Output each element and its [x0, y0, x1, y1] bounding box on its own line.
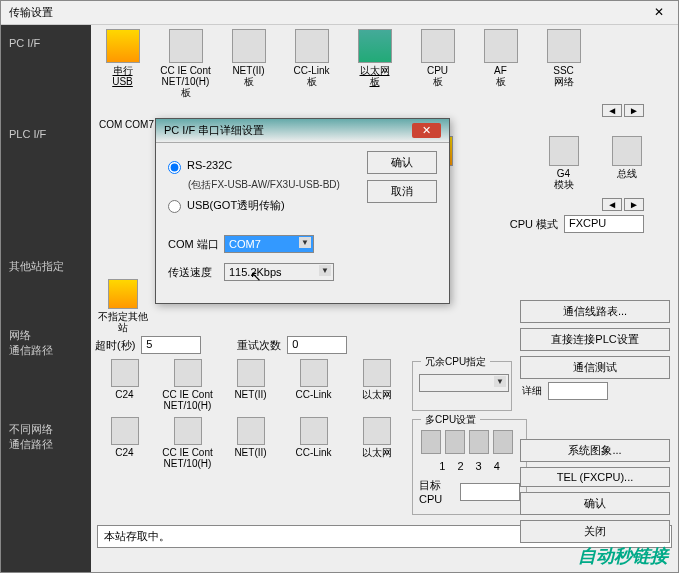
main-ok-button[interactable]: 确认: [520, 492, 670, 515]
net1-icons: C24 CC IE Cont NET/10(H) NET(II) CC-Link…: [95, 357, 406, 415]
net1-cclink[interactable]: CC-Link: [286, 359, 341, 413]
icon-netii[interactable]: NET(II) 板: [221, 29, 276, 98]
usb-radio[interactable]: [168, 200, 181, 213]
cpu-mode-label: CPU 模式: [510, 217, 558, 232]
cclink-icon: [295, 29, 329, 63]
com-port-combo[interactable]: COM7: [224, 235, 314, 253]
dialog-titlebar: PC I/F 串口详细设置 ✕: [156, 119, 449, 143]
main-close-button[interactable]: 关闭: [520, 520, 670, 543]
net1-eth[interactable]: 以太网: [349, 359, 404, 413]
dialog-title: PC I/F 串口详细设置: [164, 123, 264, 138]
netii-icon: [232, 29, 266, 63]
retry-input[interactable]: 0: [287, 336, 347, 354]
right-panel: 通信线路表... 直接连接PLC设置 通信测试 系统图象... TEL (FXC…: [520, 300, 670, 543]
net2-eth[interactable]: 以太网: [349, 417, 404, 517]
retry-label: 重试次数: [237, 338, 281, 353]
target-cpu-input[interactable]: [460, 483, 520, 501]
comm-test-button[interactable]: 通信测试: [520, 356, 670, 379]
dialog-buttons: 确认 取消: [367, 151, 437, 203]
tel-button[interactable]: TEL (FXCPU)...: [520, 467, 670, 487]
redundant-combo[interactable]: [419, 374, 509, 392]
sidebar: PC I/F PLC I/F 其他站指定 网络 通信路径 不同网络 通信路径: [1, 25, 91, 572]
comm-route-button[interactable]: 通信线路表...: [520, 300, 670, 323]
icon-bus[interactable]: 总线: [599, 136, 654, 190]
ethernet-icon: [358, 29, 392, 63]
net2-ccie[interactable]: CC IE Cont NET/10(H): [160, 417, 215, 517]
titlebar: 传输设置 ✕: [1, 1, 678, 25]
sidebar-item-otherstation[interactable]: 其他站指定: [1, 247, 91, 286]
net2-cclink[interactable]: CC-Link: [286, 417, 341, 517]
speed-combo[interactable]: 115.2Kbps: [224, 263, 334, 281]
af-icon: [484, 29, 518, 63]
slot-numbers: 1234: [419, 460, 520, 472]
timeout-input[interactable]: 5: [141, 336, 201, 354]
sidebar-item-pcif[interactable]: PC I/F: [1, 25, 91, 61]
cpu-slots: [419, 430, 520, 456]
g4-icon: [549, 136, 579, 166]
cpu-slot-4[interactable]: [493, 430, 513, 454]
icon-g4[interactable]: G4 模块: [536, 136, 591, 190]
multicpu-section: 多CPU设置 1234 目标CPU: [412, 419, 527, 515]
multicpu-title: 多CPU设置: [421, 413, 480, 427]
timeout-label: 超时(秒): [95, 338, 135, 353]
icon-cpu[interactable]: CPU 板: [410, 29, 465, 98]
icon-ssc[interactable]: SSC 网络: [536, 29, 591, 98]
icon-ethernet[interactable]: 以太网 板: [347, 29, 402, 98]
target-cpu-label: 目标CPU: [419, 478, 454, 505]
rs232-radio[interactable]: [168, 161, 181, 174]
dialog-close-button[interactable]: ✕: [412, 123, 441, 138]
bus-icon: [612, 136, 642, 166]
icon-af[interactable]: AF 板: [473, 29, 528, 98]
serial-detail-dialog: PC I/F 串口详细设置 ✕ 确认 取消 RS-232C (包括FX-USB-…: [155, 118, 450, 304]
cpu-mode-value[interactable]: FXCPU: [564, 215, 644, 233]
speed-row: 传送速度 115.2Kbps: [168, 263, 437, 281]
sidebar-item-diffnetwork[interactable]: 不同网络 通信路径: [1, 410, 91, 464]
net2-netii[interactable]: NET(II): [223, 417, 278, 517]
icon-cclink[interactable]: CC-Link 板: [284, 29, 339, 98]
icon-serial-usb[interactable]: 串行 USB: [95, 29, 150, 98]
window-title: 传输设置: [9, 5, 53, 20]
net1-c24[interactable]: C24: [97, 359, 152, 413]
scroll-control-1: ◄ ►: [95, 104, 644, 117]
sys-image-button[interactable]: 系统图象...: [520, 439, 670, 462]
cpu-slot-3[interactable]: [469, 430, 489, 454]
dialog-cancel-button[interactable]: 取消: [367, 180, 437, 203]
com-port-label: COM 端口: [168, 237, 224, 252]
redundant-section: 冗余CPU指定: [412, 361, 512, 411]
direct-plc-button[interactable]: 直接连接PLC设置: [520, 328, 670, 351]
close-icon[interactable]: ✕: [648, 5, 670, 20]
ccie-icon: [169, 29, 203, 63]
usb-label: USB(GOT透明传输): [187, 198, 285, 213]
scroll-left-1[interactable]: ◄: [602, 104, 622, 117]
icon-ccie[interactable]: CC IE Cont NET/10(H)板: [158, 29, 213, 98]
net2-c24[interactable]: C24: [97, 417, 152, 517]
scroll-right-2[interactable]: ►: [624, 198, 644, 211]
speed-label: 传送速度: [168, 265, 224, 280]
dialog-body: 确认 取消 RS-232C (包括FX-USB-AW/FX3U-USB-BD) …: [156, 143, 449, 303]
ssc-icon: [547, 29, 581, 63]
cpu-icon: [421, 29, 455, 63]
serial-usb-icon: [106, 29, 140, 63]
pcif-icon-row: 串行 USB CC IE Cont NET/10(H)板 NET(II) 板 C…: [95, 29, 674, 98]
net1-netii[interactable]: NET(II): [223, 359, 278, 413]
dialog-ok-button[interactable]: 确认: [367, 151, 437, 174]
cpu-slot-1[interactable]: [421, 430, 441, 454]
net1-ccie[interactable]: CC IE Cont NET/10(H): [160, 359, 215, 413]
sidebar-item-plcif[interactable]: PLC I/F: [1, 116, 91, 152]
net2-icons: C24 CC IE Cont NET/10(H) NET(II) CC-Link…: [95, 415, 406, 519]
redundant-label: 冗余CPU指定: [421, 355, 490, 369]
sidebar-item-network[interactable]: 网络 通信路径: [1, 316, 91, 370]
rs232-label: RS-232C: [187, 159, 232, 171]
com-port-row: COM 端口 COM7: [168, 235, 437, 253]
scroll-right-1[interactable]: ►: [624, 104, 644, 117]
cpu-slot-2[interactable]: [445, 430, 465, 454]
scroll-left-2[interactable]: ◄: [602, 198, 622, 211]
nostation-icon: [108, 279, 138, 309]
icon-nostation[interactable]: 不指定其他站: [95, 279, 150, 333]
